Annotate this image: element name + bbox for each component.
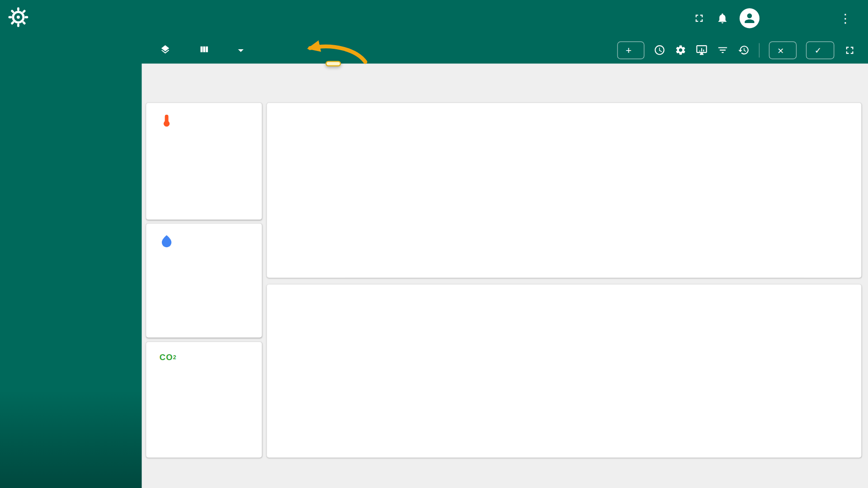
save-button[interactable]: ✓ bbox=[806, 41, 834, 59]
brand-logo[interactable] bbox=[0, 0, 142, 37]
layers-icon bbox=[160, 44, 170, 56]
temperature-widget[interactable] bbox=[146, 103, 262, 220]
toolbar-divider bbox=[759, 43, 760, 57]
check-icon: ✓ bbox=[815, 45, 821, 55]
layouts-button[interactable] bbox=[195, 43, 217, 56]
co2-icon: CO2 bbox=[160, 352, 177, 362]
humidity-widget[interactable] bbox=[146, 224, 262, 338]
chevron-down-icon bbox=[238, 49, 244, 52]
toolbar-left-group bbox=[157, 43, 244, 56]
thingsboard-gear-logo-icon bbox=[8, 7, 29, 30]
widget-head bbox=[146, 224, 262, 249]
states-button[interactable] bbox=[157, 43, 179, 56]
filter-icon[interactable] bbox=[717, 44, 729, 56]
co2-widget[interactable]: CO2 bbox=[146, 342, 262, 458]
time-window-icon[interactable] bbox=[654, 44, 665, 56]
dashboard-content: CO2 bbox=[142, 64, 868, 488]
thingsboard-app: ⋮ + bbox=[0, 0, 868, 488]
temp-humidity-history-widget[interactable] bbox=[267, 103, 861, 278]
temp-hum-chart-canvas[interactable] bbox=[267, 103, 861, 278]
air-quality-chart-canvas[interactable] bbox=[267, 284, 861, 457]
plus-icon: + bbox=[626, 46, 632, 55]
columns-icon bbox=[199, 44, 209, 56]
fullscreen-icon[interactable] bbox=[693, 12, 705, 24]
thermometer-icon bbox=[160, 113, 174, 128]
dashboard-settings-gear-icon[interactable] bbox=[675, 44, 686, 56]
manage-layouts-monitor-icon[interactable] bbox=[696, 44, 708, 56]
cancel-button[interactable]: × bbox=[769, 41, 797, 59]
air-quality-widget[interactable] bbox=[267, 284, 861, 457]
expand-fullscreen-icon[interactable] bbox=[844, 44, 856, 56]
widget-head bbox=[146, 103, 262, 128]
toolbar-right-group: + × ✓ bbox=[618, 41, 868, 59]
add-widget-button[interactable]: + bbox=[618, 41, 644, 59]
header-actions: ⋮ bbox=[693, 8, 868, 28]
version-history-icon[interactable] bbox=[738, 44, 750, 56]
header: ⋮ bbox=[142, 0, 868, 37]
more-menu-icon[interactable]: ⋮ bbox=[839, 11, 851, 25]
close-icon: × bbox=[777, 45, 784, 55]
dashboard-toolbar: + × ✓ bbox=[142, 37, 868, 64]
breakpoint-callout bbox=[326, 61, 341, 66]
widget-head: CO2 bbox=[146, 342, 262, 362]
notifications-bell-icon[interactable] bbox=[716, 12, 728, 24]
sidebar bbox=[0, 0, 142, 488]
user-avatar[interactable] bbox=[740, 8, 760, 28]
water-drop-icon bbox=[160, 234, 174, 249]
breakpoint-select[interactable] bbox=[234, 48, 244, 52]
